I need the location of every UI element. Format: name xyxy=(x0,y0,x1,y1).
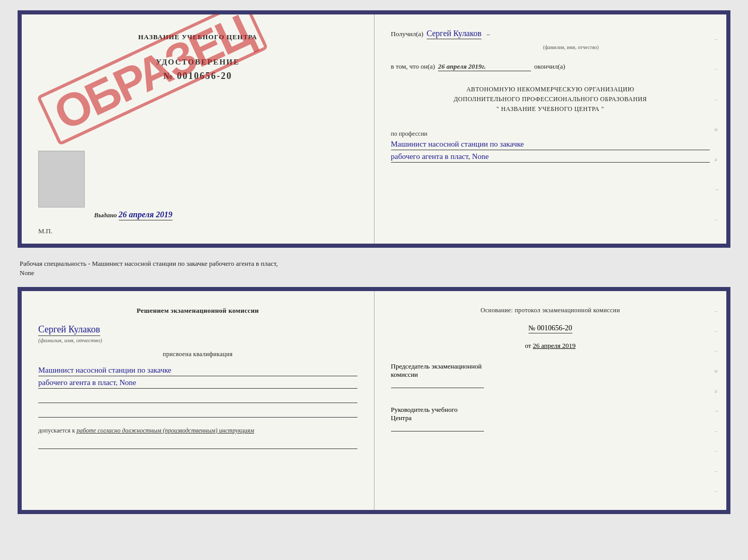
right-dashes: – – – и а ← – xyxy=(714,14,720,244)
profession-block: по профессии Машинист насосной станции п… xyxy=(391,128,710,163)
issued-line: Выдано 26 апреля 2019 xyxy=(94,210,173,220)
допуск-text: работе согласно должностным (производств… xyxy=(76,427,254,434)
right-top-section: Получил(а) Сергей Кулаков – (фамилия, им… xyxy=(375,14,727,244)
date-value: 26 апреля 2019г. xyxy=(438,62,531,71)
qualification-line2: рабочего агента в пласт, None xyxy=(38,378,357,389)
right-dashes-bottom: – – – и а ← – – – – xyxy=(714,291,720,510)
org-line1: АВТОНОМНУЮ НЕКОММЕРЧЕСКУЮ ОРГАНИЗАЦИЮ xyxy=(391,85,710,94)
date-row-bottom: от 26 апреля 2019 xyxy=(391,342,710,350)
obrazec-stamp: ОБРАЗЕЦ xyxy=(37,10,268,146)
head-sig-line xyxy=(391,424,484,431)
basis-title: Основание: протокол экзаменационной коми… xyxy=(391,306,710,315)
separator-line2: None xyxy=(20,268,730,278)
profession-label: по профессии xyxy=(391,130,710,138)
commission-title: Решением экзаменационной комиссии xyxy=(38,306,357,316)
blank-line-1 xyxy=(38,396,357,403)
cert-number: № 0010656-20 xyxy=(163,71,232,82)
recipient-name: Сергей Кулаков xyxy=(427,29,481,39)
org-block: АВТОНОМНУЮ НЕКОММЕРЧЕСКУЮ ОРГАНИЗАЦИЮ ДО… xyxy=(391,85,710,115)
допуск-prefix: допускается к xyxy=(38,427,75,434)
date-value-bottom: 26 апреля 2019 xyxy=(533,342,575,349)
head-line1: Руководитель учебного xyxy=(391,406,710,414)
received-prefix: Получил(а) xyxy=(391,30,424,38)
issued-label: Выдано xyxy=(94,211,117,219)
date-prefix-bottom: от xyxy=(525,342,531,349)
protocol-number-row: № 0010656-20 xyxy=(391,324,710,333)
date-prefix: в том, что он(а) xyxy=(391,62,435,71)
допуск-block: допускается к работе согласно должностны… xyxy=(38,427,357,435)
qualification-block: Машинист насосной станции по закачке раб… xyxy=(38,364,357,389)
head-block: Руководитель учебного Центра xyxy=(391,406,710,431)
photo-placeholder xyxy=(38,151,85,207)
person-sublabel: (фамилия, имя, отчество) xyxy=(38,337,102,343)
org-line2: ДОПОЛНИТЕЛЬНОГО ПРОФЕССИОНАЛЬНОГО ОБРАЗО… xyxy=(391,94,710,104)
person-block: Сергей Кулаков (фамилия, имя, отчество) xyxy=(38,324,357,344)
person-name: Сергей Кулаков xyxy=(38,324,100,336)
blank-line-2 xyxy=(38,410,357,418)
training-center-title: НАЗВАНИЕ УЧЕБНОГО ЦЕНТРА xyxy=(138,33,257,41)
separator-line1: Рабочая специальность - Машинист насосно… xyxy=(20,259,730,268)
issued-date: 26 апреля 2019 xyxy=(119,210,173,220)
assigned-label: присвоена квалификация xyxy=(38,349,357,359)
finished-label: окончил(а) xyxy=(534,62,565,71)
left-bottom-section: Решением экзаменационной комиссии Сергей… xyxy=(22,291,375,510)
chairman-line2: комиссии xyxy=(391,371,710,379)
right-bottom-section: Основание: протокол экзаменационной коми… xyxy=(375,291,727,510)
org-name-quotes: " НАЗВАНИЕ УЧЕБНОГО ЦЕНТРА " xyxy=(391,104,710,114)
chairman-block: Председатель экзаменационной комиссии xyxy=(391,362,710,388)
cert-label: УДОСТОВЕРЕНИЕ xyxy=(156,58,240,67)
blank-line-3 xyxy=(38,442,357,449)
document-top: НАЗВАНИЕ УЧЕБНОГО ЦЕНТРА УДОСТОВЕРЕНИЕ №… xyxy=(18,10,730,248)
left-top-section: НАЗВАНИЕ УЧЕБНОГО ЦЕНТРА УДОСТОВЕРЕНИЕ №… xyxy=(22,14,375,244)
received-row: Получил(а) Сергей Кулаков – xyxy=(391,29,710,39)
mp-label: М.П. xyxy=(38,227,52,235)
profession-line2: рабочего агента в пласт, None xyxy=(391,152,710,163)
date-row: в том, что он(а) 26 апреля 2019г. окончи… xyxy=(391,62,710,71)
separator-text: Рабочая специальность - Машинист насосно… xyxy=(18,256,730,279)
head-line2: Центра xyxy=(391,414,710,422)
qualification-line1: Машинист насосной станции по закачке xyxy=(38,366,357,376)
chairman-sig-line xyxy=(391,381,484,388)
profession-line1: Машинист насосной станции по закачке xyxy=(391,140,710,150)
chairman-line1: Председатель экзаменационной xyxy=(391,362,710,371)
recipient-sublabel: (фамилия, имя, отчество) xyxy=(432,44,710,50)
document-bottom: Решением экзаменационной комиссии Сергей… xyxy=(18,287,730,514)
protocol-number: № 0010656-20 xyxy=(528,324,572,333)
